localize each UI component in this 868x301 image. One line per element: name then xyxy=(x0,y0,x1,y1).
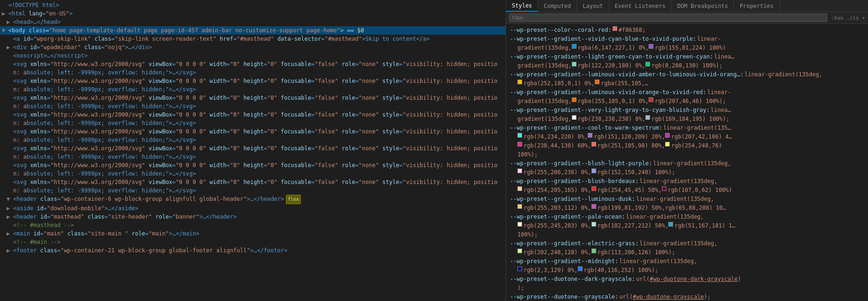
svg6-tag: <svg xmlns="http://www.w3.org/2000/svg" … xyxy=(13,144,504,161)
css-prop-pale-ocean-l2: rgb(255,245,203) 0%, rgb(182,227,212) 50… xyxy=(510,221,864,230)
dom-line-svg8[interactable]: <svg xmlns="http://www.w3.org/2000/svg" … xyxy=(0,178,506,195)
swatch-vivid-green[interactable] xyxy=(645,62,650,66)
panel-tabs: Styles Computed Layout Event Listeners D… xyxy=(506,0,868,12)
css-prop-electric-grass-l2: rgb(202,248,128) 0%, rgb(113,206,126) 10… xyxy=(510,248,864,257)
tab-styles[interactable]: Styles xyxy=(506,0,538,12)
tab-layout[interactable]: Layout xyxy=(577,0,609,12)
swatch-purple[interactable] xyxy=(649,44,653,49)
dom-line-skip-link[interactable]: <a id="wporg-skip-link" class="skip-link… xyxy=(0,35,506,43)
swatch-midnight2[interactable] xyxy=(578,266,583,271)
swatch-ocean1[interactable] xyxy=(517,222,522,227)
dom-line-wpadminbar[interactable]: ▶ <div id="wpadminbar" class="nojq">…</d… xyxy=(0,43,506,51)
css-prop-cool-warm-l3: rgb(238,44,130) 60%, rgb(251,105,98) 80%… xyxy=(510,141,864,150)
svg3-tag: <svg xmlns="http://www.w3.org/2000/svg" … xyxy=(13,94,504,110)
tab-dom-breakpoints[interactable]: DOM Breakpoints xyxy=(672,0,734,12)
comment-main: <!-- #main --> xyxy=(13,238,60,246)
dom-line-header-masthead[interactable]: ▶ <header id="masthead" class="site-head… xyxy=(0,213,506,221)
svg5-tag: <svg xmlns="http://www.w3.org/2000/svg" … xyxy=(13,127,504,144)
dom-tree[interactable]: <!DOCTYPE html> ▶ <html lang="en-US"> ▶ … xyxy=(0,0,506,301)
arrow: ▶ xyxy=(7,213,13,221)
swatch-cool6[interactable] xyxy=(665,142,670,147)
css-prop-vivid-cyan: --wp-preset--gradient--vivid-cyan-blue-t… xyxy=(510,35,864,44)
css-prop-gray-cyan: --wp-preset--gradient--very-light-gray-t… xyxy=(510,106,864,115)
swatch-blush2[interactable] xyxy=(591,169,596,173)
html-tag: <html lang="en-US"> xyxy=(8,9,73,18)
css-prop-amber: --wp-preset--gradient--luminous-vivid-am… xyxy=(510,70,864,79)
dom-line-svg3[interactable]: <svg xmlns="http://www.w3.org/2000/svg" … xyxy=(0,94,506,110)
css-prop-light-green-l2: gradient(135deg, rgb(122,220,180) 0%, rg… xyxy=(510,61,864,70)
swatch-bluish-gray[interactable] xyxy=(645,115,650,120)
filter-hints: :hov .cls + xyxy=(831,15,865,21)
css-prop-orange-red-l2: gradient(135deg, rgba(255,105,0,1) 0%, r… xyxy=(510,97,864,106)
tab-properties[interactable]: Properties xyxy=(734,0,779,12)
dom-line-html[interactable]: ▶ <html lang="en-US"> xyxy=(0,9,506,18)
dom-line-main[interactable]: ▶ <main id="main" class="site-main " rol… xyxy=(0,229,506,238)
arrow: ▼ xyxy=(2,26,8,35)
swatch-light-gray[interactable] xyxy=(572,115,576,120)
css-prop-pale-ocean-l3: 100%); xyxy=(510,230,864,239)
dom-line-body[interactable]: ▼ <body class="home page-template-defaul… xyxy=(0,26,506,35)
swatch-vivid-red[interactable] xyxy=(649,97,653,102)
swatch-cool5[interactable] xyxy=(591,142,596,147)
doctype-text: <!DOCTYPE html> xyxy=(8,1,59,9)
tab-computed[interactable]: Computed xyxy=(538,0,577,12)
body-tag: <body class="home page-template-default … xyxy=(8,26,364,35)
dom-line-footer[interactable]: ▶ <footer class="wp-container-21 wp-bloc… xyxy=(0,246,506,255)
header-masthead-tag: <header id="masthead" class="site-header… xyxy=(13,213,237,221)
swatch-orange[interactable] xyxy=(595,80,599,84)
swatch-dusk2[interactable] xyxy=(591,204,596,209)
css-prop-midnight: --wp-preset--gradient--midnight : linear… xyxy=(510,257,864,266)
tab-event-listeners[interactable]: Event Listeners xyxy=(609,0,672,12)
dom-line-header-global[interactable]: ▼ <header class="wp-container-6 wp-block… xyxy=(0,195,506,204)
filter-bar: :hov .cls + xyxy=(506,12,868,24)
dom-line-svg7[interactable]: <svg xmlns="http://www.w3.org/2000/svg" … xyxy=(0,161,506,178)
dom-line-svg4[interactable]: <svg xmlns="http://www.w3.org/2000/svg" … xyxy=(0,110,506,127)
dom-line-doctype[interactable]: <!DOCTYPE html> xyxy=(0,1,506,9)
swatch-dusk1[interactable] xyxy=(517,204,522,209)
swatch-bordeaux1[interactable] xyxy=(517,186,522,191)
swatch-bordeaux3[interactable] xyxy=(662,186,666,191)
css-prop-amber-l2: rgba(252,185,0,1) 0%, rgba(255,105,… xyxy=(510,79,864,88)
swatch-blush1[interactable] xyxy=(517,169,522,173)
swatch-cool2[interactable] xyxy=(588,133,592,138)
swatch-ocean3[interactable] xyxy=(668,222,673,227)
swatch-amber[interactable] xyxy=(517,80,522,84)
styles-content[interactable]: --wp-preset--color--coral-red : #f86368;… xyxy=(506,24,868,301)
dom-line-noscript[interactable]: <noscript>…</noscript> xyxy=(0,51,506,60)
svg8-tag: <svg xmlns="http://www.w3.org/2000/svg" … xyxy=(13,178,504,195)
duotone-dark-link[interactable]: #wp-duotone-dark-grayscale xyxy=(650,276,738,282)
css-prop-light-green: --wp-preset--gradient--light-green-cyan-… xyxy=(510,52,864,61)
svg1-tag: <svg xmlns="http://www.w3.org/2000/svg" … xyxy=(13,60,504,77)
dom-line-svg5[interactable]: <svg xmlns="http://www.w3.org/2000/svg" … xyxy=(0,127,506,144)
arrow: ▶ xyxy=(7,229,13,238)
filter-input[interactable] xyxy=(509,14,827,22)
swatch-bordeaux2[interactable] xyxy=(591,186,596,191)
css-prop-blush-purple: --wp-preset--gradient--blush-light-purpl… xyxy=(510,159,864,168)
swatch-grass1[interactable] xyxy=(517,249,522,253)
css-prop-cool-warm: --wp-preset--gradient--cool-to-warm-spec… xyxy=(510,124,864,132)
dom-line-svg6[interactable]: <svg xmlns="http://www.w3.org/2000/svg" … xyxy=(0,144,506,161)
dom-line-svg1[interactable]: <svg xmlns="http://www.w3.org/2000/svg" … xyxy=(0,60,506,77)
arrow: ▶ xyxy=(7,246,13,255)
dom-line-svg2[interactable]: <svg xmlns="http://www.w3.org/2000/svg" … xyxy=(0,77,506,94)
swatch-vivid-orange[interactable] xyxy=(572,97,576,102)
dom-line-comment-masthead: <!-- #masthead --> xyxy=(0,221,506,229)
css-prop-duotone-gray: --wp-preset--duotone--grayscale : url(#w… xyxy=(510,293,864,301)
swatch-grass2[interactable] xyxy=(591,249,596,253)
swatch-cool1[interactable] xyxy=(517,133,522,138)
css-prop-duotone-dark-l2: ); xyxy=(510,284,864,293)
css-prop-duotone-dark: --wp-preset--duotone--dark-grayscale : u… xyxy=(510,275,864,284)
head-tag: <head>…</head> xyxy=(13,18,60,26)
css-prop-midnight-l2: rgb(2,3,129) 0%, rgb(40,116,252) 100%); xyxy=(510,266,864,275)
swatch-coral-red[interactable] xyxy=(613,26,617,31)
swatch-midnight1[interactable] xyxy=(517,266,522,271)
duotone-gray-link[interactable]: #wp-duotone-grayscale xyxy=(633,294,704,300)
swatch-cool3[interactable] xyxy=(665,133,670,138)
swatch-ocean2[interactable] xyxy=(591,222,596,227)
dom-line-aside-download[interactable]: ▶ <aside id="download-mobile">…</aside> xyxy=(0,204,506,213)
swatch-light-green[interactable] xyxy=(572,62,576,66)
swatch-cyan[interactable] xyxy=(572,44,576,49)
swatch-cool4[interactable] xyxy=(517,142,522,147)
css-prop-luminous-dusk: --wp-preset--gradient--luminous-dusk : l… xyxy=(510,195,864,204)
dom-line-head[interactable]: ▶ <head>…</head> xyxy=(0,18,506,26)
